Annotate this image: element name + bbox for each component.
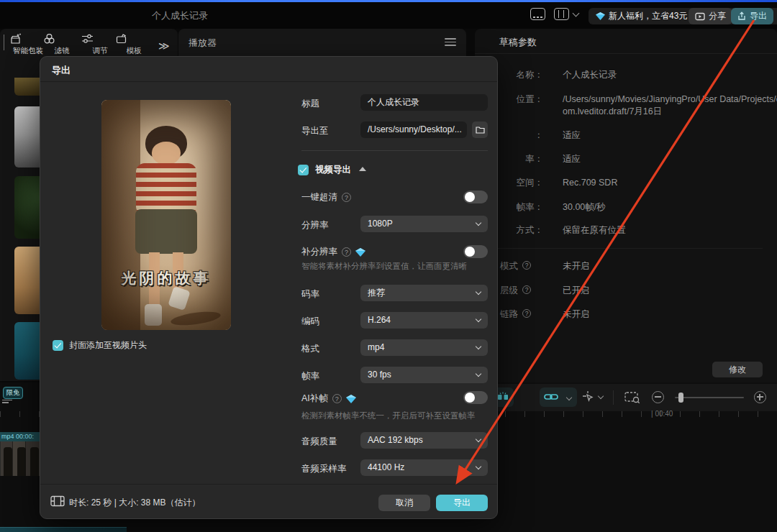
draft-params-panel: 草稿参数 名称： 个人成长记录 位置： /Users/sunny/Movies/… bbox=[475, 29, 777, 382]
toolbar-item-smart-package[interactable]: 智能包装 bbox=[9, 33, 47, 56]
toolbar-item-template[interactable]: 模板 bbox=[115, 33, 153, 56]
export-info-text: 时长: 25 秒 | 大小: 38 MB（估计） bbox=[69, 497, 200, 509]
effect-clip-icon[interactable] bbox=[2, 398, 12, 405]
field-label-framerate: 帧率 bbox=[301, 370, 319, 382]
cancel-button[interactable]: 取消 bbox=[378, 495, 430, 511]
vip-diamond-icon bbox=[346, 395, 356, 403]
field-label-hd: 一键超清 ? bbox=[301, 191, 351, 203]
help-icon[interactable]: ? bbox=[522, 261, 531, 270]
toolbar-item-fragment bbox=[0, 35, 4, 50]
ruler-timestamp: | 00:40 bbox=[651, 410, 673, 418]
draft-panel-title: 草稿参数 bbox=[499, 36, 537, 49]
framerate-select[interactable]: 30 fps bbox=[360, 367, 488, 383]
filter-icon bbox=[43, 33, 55, 45]
cursor-icon bbox=[581, 390, 594, 403]
resolution-select[interactable]: 1080P bbox=[360, 216, 488, 232]
limited-free-badge: 限免 bbox=[3, 387, 23, 399]
chevron-down-icon bbox=[476, 464, 481, 469]
field-label-bitrate: 码率 bbox=[301, 288, 319, 301]
help-icon[interactable]: ? bbox=[522, 285, 531, 294]
hd-toggle[interactable] bbox=[463, 191, 488, 203]
collapse-caret-icon[interactable] bbox=[359, 167, 366, 171]
help-icon[interactable]: ? bbox=[342, 193, 351, 202]
title-bar: 个人成长记录 新人福利，立省43元 分享 bbox=[0, 2, 777, 29]
field-label-resolution: 分辨率 bbox=[301, 219, 329, 231]
timeline-toolbar bbox=[472, 384, 777, 411]
modify-button[interactable]: 修改 bbox=[712, 362, 763, 377]
timeline-zoom-slider[interactable] bbox=[675, 397, 744, 398]
template-icon bbox=[115, 33, 127, 45]
cover-preview[interactable]: 光阴的故事 bbox=[101, 100, 231, 330]
chevron-down-icon[interactable] bbox=[598, 393, 604, 399]
divider bbox=[40, 484, 497, 485]
zoom-out-button[interactable] bbox=[652, 391, 664, 403]
audio-track-fragment[interactable] bbox=[0, 527, 127, 532]
export-confirm-button[interactable]: 导出 bbox=[436, 495, 488, 511]
adjust-sliders-icon bbox=[81, 33, 94, 45]
chevron-down-icon bbox=[476, 344, 481, 349]
split-icon bbox=[497, 391, 509, 403]
toolbar-item-adjust[interactable]: 调节 bbox=[81, 33, 119, 56]
video-clip-label[interactable]: mp4 00:00: bbox=[0, 432, 40, 441]
help-icon[interactable]: ? bbox=[332, 394, 342, 403]
divider bbox=[613, 390, 614, 405]
field-label-ai-interpolation: AI补帧 ? bbox=[301, 393, 356, 405]
toolbar-expand-button[interactable]: ≫ bbox=[158, 40, 168, 52]
folder-icon bbox=[476, 126, 485, 134]
select-tool[interactable] bbox=[581, 390, 594, 403]
field-label-audio-quality: 音频质量 bbox=[301, 436, 337, 448]
divider bbox=[301, 150, 488, 151]
film-icon bbox=[50, 495, 65, 507]
video-export-checkbox[interactable] bbox=[298, 165, 309, 175]
player-panel-title: 播放器 bbox=[188, 37, 217, 50]
chevron-down-icon bbox=[476, 289, 481, 295]
smart-package-icon bbox=[9, 33, 22, 45]
timeline-zoom-slider-knob[interactable] bbox=[678, 393, 683, 403]
chevron-down-icon bbox=[476, 436, 481, 442]
help-icon[interactable]: ? bbox=[522, 309, 531, 318]
audio-quality-select[interactable]: AAC 192 kbps bbox=[360, 432, 488, 449]
divider bbox=[40, 81, 497, 82]
title-input[interactable]: 个人成长记录 bbox=[360, 94, 488, 111]
chevron-down-icon bbox=[566, 395, 572, 400]
preview-range-icon bbox=[624, 391, 640, 404]
columns-layout-icon bbox=[554, 8, 569, 20]
help-icon[interactable]: ? bbox=[342, 247, 351, 257]
vip-diamond-icon bbox=[596, 12, 605, 20]
cover-checkbox-label: 封面添加至视频片头 bbox=[69, 339, 147, 352]
zoom-in-button[interactable] bbox=[754, 391, 766, 403]
share-button[interactable]: 分享 bbox=[689, 8, 732, 24]
divider bbox=[489, 248, 763, 249]
divider bbox=[475, 53, 777, 54]
project-title: 个人成长记录 bbox=[137, 9, 223, 22]
video-clip-filmstrip[interactable] bbox=[0, 441, 40, 476]
player-menu-icon[interactable] bbox=[445, 36, 456, 46]
chevron-down-icon bbox=[476, 220, 481, 226]
dialog-title: 导出 bbox=[52, 64, 71, 77]
cover-checkbox[interactable] bbox=[53, 340, 63, 351]
workspace-layout-button[interactable] bbox=[554, 8, 578, 20]
field-label-super-resolution: 补分辨率 ? bbox=[301, 246, 365, 258]
audio-samplerate-select[interactable]: 44100 Hz bbox=[360, 459, 488, 476]
browse-folder-button[interactable] bbox=[472, 121, 488, 138]
bitrate-select[interactable]: 推荐 bbox=[360, 285, 488, 301]
export-up-icon bbox=[737, 12, 746, 21]
chevron-down-icon bbox=[476, 316, 481, 322]
super-resolution-hint: 智能将素材补分辨率到设置值，让画面更清晰 bbox=[301, 261, 467, 272]
chevron-down-icon bbox=[573, 9, 580, 17]
format-select[interactable]: mp4 bbox=[360, 339, 488, 356]
link-tool[interactable] bbox=[540, 387, 577, 407]
codec-select[interactable]: H.264 bbox=[360, 312, 488, 329]
export-button[interactable]: 导出 bbox=[731, 8, 773, 24]
preview-range-tool[interactable] bbox=[624, 391, 640, 404]
video-export-label: 视频导出 bbox=[315, 164, 351, 176]
destination-input[interactable]: /Users/sunny/Desktop/... bbox=[360, 121, 467, 138]
share-icon bbox=[695, 12, 705, 21]
promo-text: 新人福利，立省43元 bbox=[609, 10, 687, 22]
ai-interpolation-toggle[interactable] bbox=[463, 391, 488, 404]
field-label-format: 格式 bbox=[301, 343, 319, 355]
toolbar-item-filter[interactable]: 滤镜 bbox=[43, 33, 81, 56]
super-resolution-toggle[interactable] bbox=[463, 245, 488, 258]
panel-layout-icon[interactable] bbox=[530, 8, 545, 20]
app-window: 个人成长记录 新人福利，立省43元 分享 bbox=[0, 0, 777, 532]
